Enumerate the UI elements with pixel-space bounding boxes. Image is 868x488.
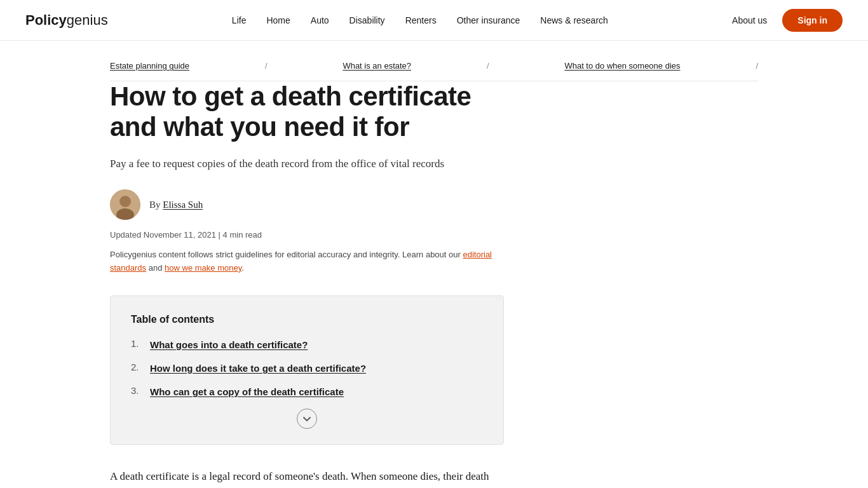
nav-item-life[interactable]: Life	[232, 15, 247, 26]
nav-item-auto[interactable]: Auto	[311, 15, 329, 26]
nav-item-home[interactable]: Home	[266, 15, 290, 26]
toc-link-2[interactable]: How long does it take to get a death cer…	[150, 362, 366, 375]
author-avatar	[110, 189, 140, 220]
nav-right: About us Sign in	[732, 9, 843, 32]
table-of-contents: Table of contents 1. What goes into a de…	[110, 295, 504, 445]
author-row: By Elissa Suh	[110, 189, 504, 220]
toc-item-1: 1. What goes into a death certificate?	[131, 338, 483, 351]
breadcrumb-item-what-is-estate[interactable]: What is an estate?	[342, 61, 411, 71]
toc-list: 1. What goes into a death certificate? 2…	[131, 338, 483, 398]
sign-in-button[interactable]: Sign in	[782, 9, 843, 32]
article-title: How to get a death certificate and what …	[110, 81, 504, 143]
author-link[interactable]: Elissa Suh	[163, 200, 203, 210]
toc-item-3: 3. Who can get a copy of the death certi…	[131, 385, 483, 398]
about-us-link[interactable]: About us	[732, 15, 767, 25]
toc-expand-button[interactable]	[297, 409, 317, 429]
breadcrumb-separator: /	[265, 61, 268, 71]
nav-item-renters[interactable]: Renters	[405, 15, 437, 26]
meta-separator: |	[219, 230, 223, 240]
breadcrumb-item-estate-planning[interactable]: Estate planning guide	[110, 61, 189, 71]
article-subtitle: Pay a fee to request copies of the death…	[110, 156, 504, 172]
breadcrumb-separator: /	[487, 61, 489, 71]
toc-expand-section	[131, 409, 483, 429]
nav-item-disability[interactable]: Disability	[349, 15, 385, 26]
main-nav: Policygenius Life Home Auto Disability R…	[0, 0, 868, 41]
nav-item-other-insurance[interactable]: Other insurance	[457, 15, 520, 26]
editorial-note: Policygenius content follows strict guid…	[110, 248, 504, 275]
author-info: By Elissa Suh	[149, 199, 203, 210]
nav-item-news-research[interactable]: News & research	[540, 15, 608, 26]
toc-link-3[interactable]: Who can get a copy of the death certific…	[150, 385, 344, 398]
updated-date: Updated November 11, 2021	[110, 230, 216, 240]
article-body: A death certificate is a legal record of…	[110, 468, 504, 488]
svg-point-1	[119, 196, 131, 207]
logo[interactable]: Policygenius	[25, 12, 108, 29]
breadcrumb: Estate planning guide / What is an estat…	[110, 41, 758, 81]
nav-links: Life Home Auto Disability Renters Other …	[232, 15, 608, 26]
author-by-label: By Elissa Suh	[149, 200, 203, 210]
breadcrumb-separator: /	[756, 61, 758, 71]
read-time: 4 min read	[223, 230, 262, 240]
toc-title: Table of contents	[131, 314, 483, 325]
article-paragraph-1: A death certificate is a legal record of…	[110, 468, 504, 488]
toc-item-2: 2. How long does it take to get a death …	[131, 362, 483, 375]
article-meta: Updated November 11, 2021 | 4 min read	[110, 230, 504, 240]
breadcrumb-item-what-to-do[interactable]: What to do when someone dies	[564, 61, 680, 71]
how-we-make-money-link[interactable]: how we make money	[165, 263, 241, 273]
toc-link-1[interactable]: What goes into a death certificate?	[150, 338, 308, 351]
